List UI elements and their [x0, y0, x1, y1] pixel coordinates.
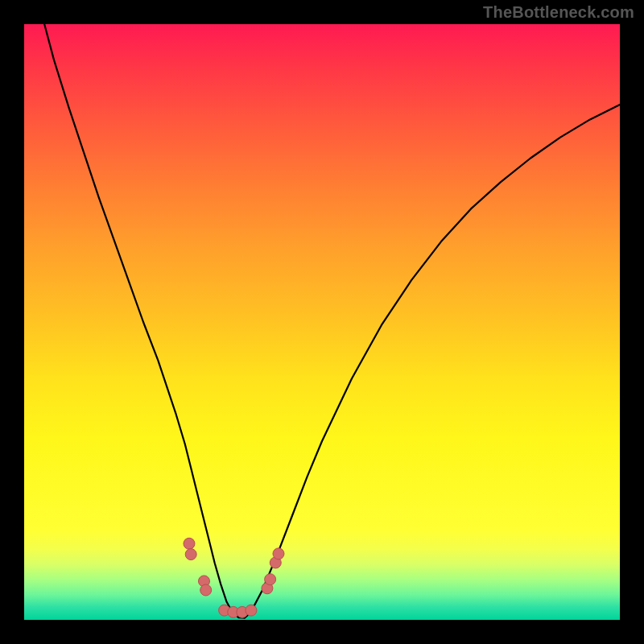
right-marker-upper-2 — [273, 548, 284, 559]
chart-svg — [24, 24, 620, 620]
markers-group — [184, 538, 284, 617]
left-marker-upper-1 — [184, 538, 195, 549]
left-marker-lower-2 — [200, 584, 212, 596]
plot-area — [24, 24, 620, 620]
chart-frame: TheBottleneck.com — [0, 0, 644, 644]
watermark-text: TheBottleneck.com — [483, 3, 634, 22]
bottom-marker-4 — [246, 605, 257, 616]
left-marker-upper-2 — [185, 549, 196, 560]
main-curve — [44, 24, 620, 618]
right-marker-lower-2 — [265, 574, 276, 585]
